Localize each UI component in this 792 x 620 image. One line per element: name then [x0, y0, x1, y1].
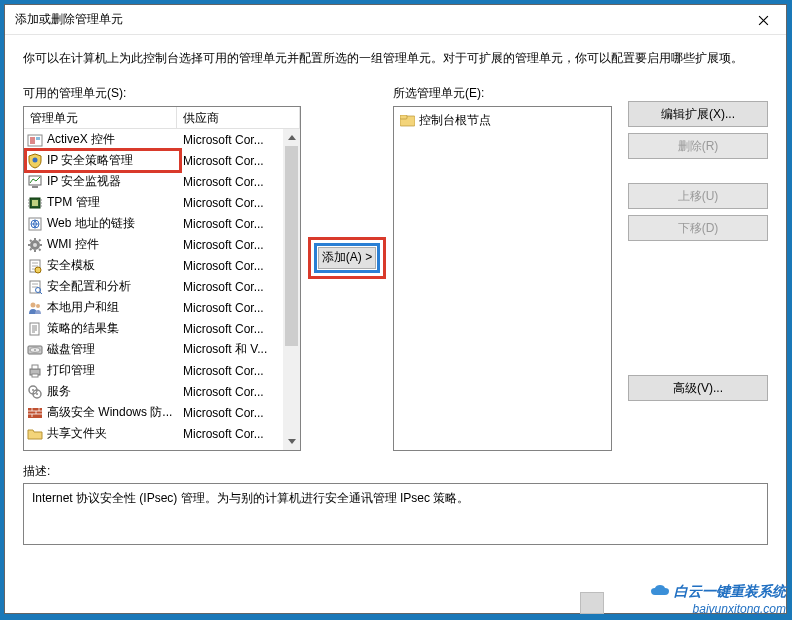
- item-vendor: Microsoft Cor...: [177, 154, 300, 168]
- scrollbar[interactable]: [283, 129, 300, 450]
- item-name: 本地用户和组: [47, 299, 119, 316]
- item-vendor: Microsoft Cor...: [177, 406, 300, 420]
- svg-rect-1: [30, 137, 35, 144]
- list-item[interactable]: Web 地址的链接Microsoft Cor...: [24, 213, 300, 234]
- edit-extension-button[interactable]: 编辑扩展(X)...: [628, 101, 768, 127]
- description-text: Internet 协议安全性 (IPsec) 管理。为与别的计算机进行安全通讯管…: [32, 491, 469, 505]
- chip-icon: [27, 195, 43, 211]
- monitor-icon: [27, 174, 43, 190]
- item-name: 策略的结果集: [47, 320, 119, 337]
- item-name: 安全模板: [47, 257, 95, 274]
- item-vendor: Microsoft Cor...: [177, 238, 300, 252]
- close-button[interactable]: [741, 5, 786, 35]
- add-highlight-outer: 添加(A) >: [308, 237, 386, 279]
- titlebar: 添加或删除管理单元: [5, 5, 786, 35]
- advanced-button[interactable]: 高级(V)...: [628, 375, 768, 401]
- list-item[interactable]: 本地用户和组Microsoft Cor...: [24, 297, 300, 318]
- available-label: 可用的管理单元(S):: [23, 85, 301, 102]
- item-name: IP 安全策略管理: [47, 152, 133, 169]
- item-name: TPM 管理: [47, 194, 100, 211]
- item-name: 共享文件夹: [47, 425, 107, 442]
- window-title: 添加或删除管理单元: [15, 11, 123, 28]
- chevron-down-icon: [288, 439, 296, 444]
- move-down-button: 下移(D): [628, 215, 768, 241]
- scroll-thumb[interactable]: [285, 146, 298, 346]
- item-name: WMI 控件: [47, 236, 99, 253]
- col-vendor[interactable]: 供应商: [177, 107, 300, 128]
- svg-rect-2: [36, 137, 40, 140]
- svg-point-13: [35, 267, 41, 273]
- activex-icon: [27, 132, 43, 148]
- list-item[interactable]: 安全模板Microsoft Cor...: [24, 255, 300, 276]
- item-vendor: Microsoft Cor...: [177, 427, 300, 441]
- list-item[interactable]: 服务Microsoft Cor...: [24, 381, 300, 402]
- analyze-icon: [27, 279, 43, 295]
- list-item[interactable]: 策略的结果集Microsoft Cor...: [24, 318, 300, 339]
- policy-icon: [27, 321, 43, 337]
- firewall-icon: [27, 405, 43, 421]
- svg-point-11: [33, 243, 37, 247]
- printer-icon: [27, 363, 43, 379]
- item-name: 打印管理: [47, 362, 95, 379]
- svg-rect-5: [32, 186, 38, 188]
- tree-item-root[interactable]: 控制台根节点: [397, 110, 608, 131]
- svg-rect-23: [32, 365, 38, 369]
- watermark: 白云一键重装系统 baiyunxitong.com: [650, 583, 786, 616]
- list-item[interactable]: ActiveX 控件Microsoft Cor...: [24, 129, 300, 150]
- list-item[interactable]: WMI 控件Microsoft Cor...: [24, 234, 300, 255]
- svg-point-28: [36, 393, 38, 395]
- gear-icon: [27, 237, 43, 253]
- svg-rect-31: [400, 115, 407, 119]
- list-item[interactable]: TPM 管理Microsoft Cor...: [24, 192, 300, 213]
- disk-icon: [27, 342, 43, 358]
- svg-point-3: [33, 157, 38, 162]
- list-item[interactable]: 磁盘管理Microsoft 和 V...: [24, 339, 300, 360]
- dialog-window: 添加或删除管理单元 你可以在计算机上为此控制台选择可用的管理单元并配置所选的一组…: [4, 4, 787, 614]
- list-item[interactable]: 共享文件夹Microsoft Cor...: [24, 423, 300, 444]
- list-item[interactable]: 安全配置和分析Microsoft Cor...: [24, 276, 300, 297]
- gray-square: [580, 592, 604, 614]
- item-vendor: Microsoft Cor...: [177, 196, 300, 210]
- description-box: Internet 协议安全性 (IPsec) 管理。为与别的计算机进行安全通讯管…: [23, 483, 768, 545]
- column-headers[interactable]: 管理单元 供应商: [24, 107, 300, 129]
- svg-rect-7: [32, 200, 38, 206]
- item-name: IP 安全监视器: [47, 173, 121, 190]
- selected-listbox[interactable]: 控制台根节点: [393, 106, 612, 451]
- add-button[interactable]: 添加(A) >: [318, 247, 376, 269]
- item-name: 安全配置和分析: [47, 278, 131, 295]
- scroll-down-button[interactable]: [283, 433, 300, 450]
- svg-point-27: [32, 389, 34, 391]
- item-vendor: Microsoft Cor...: [177, 259, 300, 273]
- service-icon: [27, 384, 43, 400]
- link-icon: [27, 216, 43, 232]
- template-icon: [27, 258, 43, 274]
- item-vendor: Microsoft 和 V...: [177, 341, 300, 358]
- available-listbox[interactable]: 管理单元 供应商 ActiveX 控件Microsoft Cor...IP 安全…: [23, 106, 301, 451]
- col-name[interactable]: 管理单元: [24, 107, 177, 128]
- item-name: 高级安全 Windows 防...: [47, 404, 172, 421]
- item-name: Web 地址的链接: [47, 215, 135, 232]
- tree-item-label: 控制台根节点: [419, 112, 491, 129]
- list-item[interactable]: 高级安全 Windows 防...Microsoft Cor...: [24, 402, 300, 423]
- svg-rect-18: [30, 323, 39, 335]
- svg-rect-24: [32, 374, 38, 377]
- close-icon: [758, 15, 769, 26]
- list-item[interactable]: 打印管理Microsoft Cor...: [24, 360, 300, 381]
- item-vendor: Microsoft Cor...: [177, 322, 300, 336]
- watermark-line1: 白云一键重装系统: [674, 583, 786, 599]
- users-icon: [27, 300, 43, 316]
- intro-text: 你可以在计算机上为此控制台选择可用的管理单元并配置所选的一组管理单元。对于可扩展…: [23, 49, 768, 67]
- item-name: 服务: [47, 383, 71, 400]
- item-vendor: Microsoft Cor...: [177, 385, 300, 399]
- item-name: 磁盘管理: [47, 341, 95, 358]
- svg-point-16: [31, 302, 36, 307]
- item-vendor: Microsoft Cor...: [177, 364, 300, 378]
- list-item[interactable]: IP 安全监视器Microsoft Cor...: [24, 171, 300, 192]
- item-vendor: Microsoft Cor...: [177, 133, 300, 147]
- svg-point-17: [36, 304, 40, 308]
- list-item[interactable]: IP 安全策略管理Microsoft Cor...: [24, 150, 300, 171]
- scroll-up-button[interactable]: [283, 129, 300, 146]
- root-icon: [399, 113, 415, 129]
- move-up-button: 上移(U): [628, 183, 768, 209]
- svg-rect-29: [28, 408, 42, 418]
